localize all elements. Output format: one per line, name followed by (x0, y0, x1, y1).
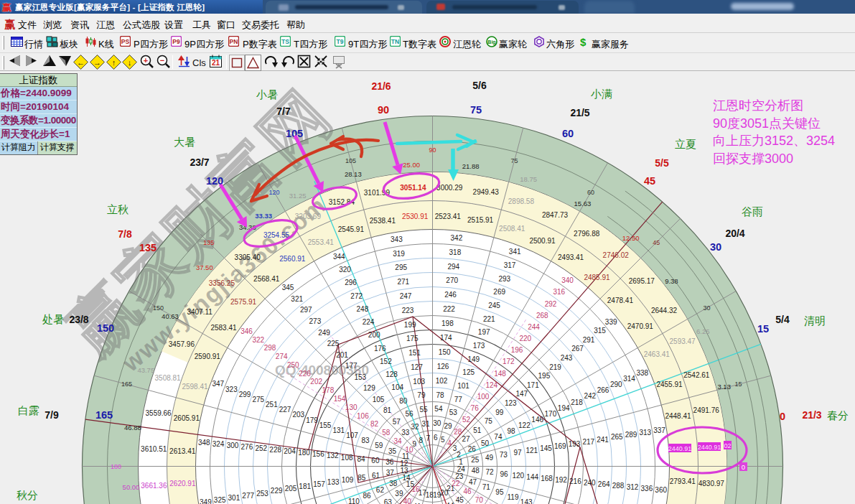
svg-text:272: 272 (350, 292, 363, 300)
svg-text:292: 292 (545, 300, 557, 308)
svg-text:165: 165 (95, 409, 113, 421)
svg-text:立夏: 立夏 (675, 138, 696, 150)
svg-text:267: 267 (571, 345, 584, 353)
svg-text:156: 156 (312, 450, 324, 458)
svg-text:295: 295 (395, 263, 407, 271)
svg-text:269: 269 (493, 288, 505, 296)
svg-text:2568.41: 2568.41 (253, 275, 280, 283)
svg-text:2575.91: 2575.91 (230, 298, 257, 306)
svg-text:小暑: 小暑 (256, 88, 278, 101)
svg-text:90: 90 (429, 146, 436, 154)
svg-text:145: 145 (540, 444, 552, 452)
svg-text:36: 36 (386, 458, 394, 466)
svg-text:21.88: 21.88 (462, 162, 480, 170)
svg-text:18.75: 18.75 (520, 175, 537, 183)
svg-text:203: 203 (292, 411, 304, 419)
svg-text:56: 56 (405, 410, 414, 418)
svg-text:343: 343 (391, 235, 403, 243)
svg-text:7/8: 7/8 (118, 228, 132, 240)
svg-text:57: 57 (393, 418, 401, 426)
svg-text:194: 194 (558, 404, 570, 412)
svg-text:157: 157 (313, 480, 325, 488)
svg-text:313: 313 (639, 429, 651, 437)
svg-text:PS: PS (121, 38, 130, 45)
svg-text:345: 345 (282, 284, 294, 291)
svg-text:春分: 春分 (827, 409, 849, 421)
svg-text:43.75: 43.75 (137, 366, 154, 374)
svg-text:107: 107 (346, 431, 358, 439)
svg-text:2440.91: 2440.91 (668, 445, 692, 452)
svg-text:30: 30 (433, 419, 441, 427)
svg-text:2545.91: 2545.91 (338, 225, 365, 233)
svg-text:175: 175 (406, 335, 419, 342)
svg-text:288: 288 (612, 482, 625, 490)
svg-text:74: 74 (494, 433, 503, 441)
svg-text:62: 62 (376, 486, 385, 494)
svg-text:75: 75 (511, 157, 518, 164)
svg-text:179: 179 (306, 416, 318, 424)
svg-text:清明: 清明 (804, 314, 826, 327)
svg-text:15: 15 (757, 323, 769, 335)
svg-text:2598.41: 2598.41 (182, 383, 208, 391)
svg-text:3000.29: 3000.29 (436, 184, 463, 192)
svg-text:2491.76: 2491.76 (693, 406, 720, 414)
svg-text:3407.11: 3407.11 (187, 308, 212, 316)
svg-text:228: 228 (269, 446, 281, 454)
svg-text:↑: ↑ (112, 58, 116, 67)
svg-text:12: 12 (400, 459, 408, 467)
svg-text:300: 300 (227, 442, 239, 449)
svg-text:172: 172 (503, 358, 515, 365)
svg-text:37.50: 37.50 (196, 263, 213, 271)
svg-text:46: 46 (463, 487, 472, 495)
svg-text:143: 143 (520, 498, 533, 504)
svg-text:小满: 小满 (590, 88, 612, 100)
svg-text:314: 314 (623, 375, 635, 383)
svg-text:25.00: 25.00 (403, 161, 420, 169)
svg-text:谷雨: 谷雨 (742, 205, 763, 218)
svg-text:2590.91: 2590.91 (195, 353, 221, 360)
svg-text:152: 152 (380, 358, 392, 365)
svg-text:3661.36: 3661.36 (141, 482, 167, 490)
svg-text:4830.97: 4830.97 (699, 480, 725, 487)
svg-text:129: 129 (363, 384, 375, 392)
svg-text:↓: ↓ (128, 58, 132, 67)
svg-text:217: 217 (582, 438, 594, 446)
svg-text:82: 82 (370, 420, 379, 428)
svg-text:221: 221 (483, 315, 495, 323)
svg-text:325: 325 (214, 496, 226, 504)
svg-text:266: 266 (597, 386, 609, 394)
svg-text:45: 45 (653, 239, 660, 246)
svg-text:146: 146 (531, 416, 543, 424)
svg-text:2523.41: 2523.41 (435, 213, 462, 220)
svg-text:273: 273 (309, 317, 322, 325)
svg-text:197: 197 (478, 328, 490, 336)
svg-text:346: 346 (240, 327, 253, 335)
svg-text:立秋: 立秋 (107, 203, 129, 215)
svg-text:248: 248 (357, 305, 369, 313)
svg-text:24: 24 (457, 465, 466, 473)
svg-text:312: 312 (627, 483, 639, 491)
svg-text:59: 59 (375, 442, 383, 449)
svg-text:2455.91: 2455.91 (656, 381, 683, 388)
svg-text:344: 344 (333, 253, 345, 261)
svg-text:5/6: 5/6 (472, 80, 487, 91)
svg-text:71: 71 (482, 483, 491, 491)
svg-text:98: 98 (508, 427, 516, 435)
svg-text:223: 223 (402, 307, 414, 314)
svg-text:196: 196 (511, 346, 523, 354)
svg-text:回探支撑3000: 回探支撑3000 (713, 151, 793, 166)
svg-text:121: 121 (525, 447, 538, 454)
svg-text:252: 252 (255, 444, 267, 452)
svg-text:301: 301 (228, 494, 240, 502)
svg-text:9.38: 9.38 (665, 277, 678, 285)
svg-text:120: 120 (268, 189, 279, 196)
svg-text:3610.51: 3610.51 (141, 445, 167, 453)
svg-text:294: 294 (447, 263, 459, 271)
svg-text:125: 125 (462, 368, 475, 376)
svg-text:32: 32 (411, 423, 420, 431)
svg-text:99: 99 (495, 409, 504, 416)
svg-text:5: 5 (441, 436, 445, 444)
svg-text:3051.14: 3051.14 (400, 184, 426, 192)
svg-text:77: 77 (454, 396, 463, 403)
svg-text:2542.61: 2542.61 (683, 371, 710, 379)
